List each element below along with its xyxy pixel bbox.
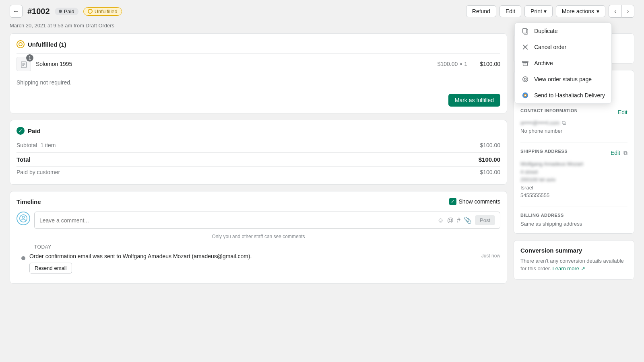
total-row: Total $100.00 <box>17 152 500 166</box>
billing-section-title: BILLING ADDRESS <box>520 213 627 218</box>
subtotal-items: 1 item <box>40 142 56 148</box>
paid-badge: Paid <box>55 8 78 15</box>
product-price: $100.00 × 1 <box>438 61 467 67</box>
dropdown-item-view-status[interactable]: View order status page <box>515 71 611 87</box>
unfulfilled-card: Unfulfilled (1) 1 <box>10 33 507 113</box>
send-delivery-label: Send to Hashaliach Delivery <box>534 92 605 99</box>
refund-button[interactable]: Refund <box>466 5 496 17</box>
more-actions-dropdown: Duplicate Cancel order Archive <box>514 23 612 104</box>
comment-note: Only you and other staff can see comment… <box>17 232 500 244</box>
post-button[interactable]: Post <box>475 215 495 225</box>
duplicate-icon <box>521 27 529 35</box>
cancel-order-label: Cancel order <box>534 44 566 50</box>
svg-point-6 <box>524 78 526 80</box>
show-comments-checkbox[interactable]: ✓ <box>449 198 456 205</box>
timeline-event-text: Order confirmation email was sent to Wol… <box>29 253 252 259</box>
print-button[interactable]: Print ▾ <box>524 5 553 17</box>
shipping-country: Israel <box>520 184 627 192</box>
more-actions-dropdown-icon: ▾ <box>597 8 599 14</box>
shipping-phone: 5455555555 <box>520 191 627 200</box>
emoji-icon[interactable]: ☺ <box>437 217 444 224</box>
unfulfilled-badge: Unfulfilled <box>83 7 122 16</box>
conversion-title: Conversion summary <box>520 247 627 254</box>
product-row: 1 Solomon 1995 $100.00 × 1 $100.00 <box>17 53 500 74</box>
subtotal-row: Subtotal 1 item $100.00 <box>17 140 500 151</box>
timeline-card: Timeline ✓ Show comments <box>10 191 507 284</box>
svg-rect-11 <box>21 62 27 68</box>
total-label: Total <box>17 156 31 163</box>
svg-point-16 <box>22 216 25 219</box>
paid-by-row: Paid by customer $100.00 <box>17 166 500 178</box>
next-order-button[interactable]: › <box>621 5 634 18</box>
dropdown-item-duplicate[interactable]: Duplicate <box>515 23 611 39</box>
shipping-section-title: SHIPPING ADDRESS <box>520 149 568 154</box>
svg-rect-1 <box>523 29 527 33</box>
external-link-icon: ↗ <box>581 265 585 272</box>
back-button[interactable]: ← <box>10 5 23 18</box>
paid-card: ✓ Paid Subtotal 1 item $100.00 Total $10… <box>10 120 507 185</box>
unfulfilled-title: Unfulfilled (1) <box>28 41 66 48</box>
prev-order-button[interactable]: ‹ <box>609 5 621 18</box>
cancel-icon <box>521 43 529 51</box>
chevron-right-icon: › <box>627 8 629 14</box>
mention-icon[interactable]: @ <box>447 217 454 224</box>
copy-email-icon[interactable]: ⧉ <box>562 119 566 126</box>
user-avatar <box>17 212 30 225</box>
mark-fulfilled-button[interactable]: Mark as fulfilled <box>448 94 500 107</box>
shipping-line1: 4 street <box>520 168 627 176</box>
unfulfilled-status-icon <box>17 40 25 48</box>
paid-by-amount: $100.00 <box>480 169 500 175</box>
customer-email: a•••••@•••••l.com <box>520 120 559 126</box>
product-qty: 1 <box>26 54 33 62</box>
today-label: TODAY <box>17 244 500 250</box>
timeline-dot <box>21 256 25 260</box>
timeline-title: Timeline <box>17 198 41 205</box>
billing-same: Same as shipping address <box>520 221 627 227</box>
shipping-note: Shipping not required. <box>17 79 500 86</box>
edit-shipping-link[interactable]: Edit <box>611 150 620 156</box>
svg-point-9 <box>524 95 526 96</box>
view-status-label: View order status page <box>534 76 592 82</box>
comment-area: ☺ @ # 📎 Post <box>17 212 500 229</box>
svg-rect-4 <box>522 62 528 63</box>
chevron-left-icon: ‹ <box>614 8 616 14</box>
dropdown-item-archive[interactable]: Archive <box>515 55 611 71</box>
archive-icon <box>521 59 529 67</box>
subtotal-label: Subtotal <box>17 142 37 148</box>
hashtag-icon[interactable]: # <box>457 217 460 224</box>
learn-more-link[interactable]: Learn more ↗ <box>553 265 585 272</box>
view-icon <box>521 75 529 83</box>
subtotal-amount: $100.00 <box>480 142 500 148</box>
no-phone-text: No phone number <box>520 128 627 134</box>
comment-input[interactable] <box>39 217 434 224</box>
conversion-card: Conversion summary There aren't any conv… <box>514 240 634 280</box>
more-actions-button[interactable]: More actions ▾ <box>556 5 605 17</box>
shipping-address: Wolfgang Amadeus Mozart 4 street 200100 … <box>520 160 627 200</box>
shipping-line2: 200100 tel aviv <box>520 176 627 184</box>
paid-by-label: Paid by customer <box>17 169 60 175</box>
timeline-event: Order confirmation email was sent to Wol… <box>17 250 500 277</box>
svg-point-5 <box>523 77 528 82</box>
product-name: Solomon 1995 <box>36 61 433 67</box>
dropdown-item-send-delivery[interactable]: Send to Hashaliach Delivery <box>515 87 611 103</box>
product-thumb-container: 1 <box>17 57 31 71</box>
dropdown-item-cancel-order[interactable]: Cancel order <box>515 39 611 55</box>
shipping-name: Wolfgang Amadeus Mozart <box>520 160 627 168</box>
comment-input-container[interactable]: ☺ @ # 📎 Post <box>34 212 500 229</box>
edit-contact-link[interactable]: Edit <box>618 109 627 115</box>
show-comments-toggle[interactable]: ✓ Show comments <box>449 198 500 205</box>
conversion-text: There aren't any conversion details avai… <box>520 257 627 273</box>
copy-shipping-icon[interactable]: ⧉ <box>623 150 627 156</box>
timeline-event-time: Just now <box>481 253 500 259</box>
print-dropdown-icon: ▾ <box>544 8 547 14</box>
order-number: #1002 <box>27 7 50 16</box>
archive-label: Archive <box>534 60 553 66</box>
total-amount: $100.00 <box>479 156 500 163</box>
back-icon: ← <box>13 8 19 15</box>
edit-button[interactable]: Edit <box>500 5 521 17</box>
contact-email-row: a•••••@•••••l.com ⧉ <box>520 119 627 126</box>
paid-status-icon: ✓ <box>17 127 25 135</box>
resend-email-button[interactable]: Resend email <box>29 263 72 274</box>
attachment-icon[interactable]: 📎 <box>464 216 472 224</box>
duplicate-label: Duplicate <box>534 28 557 34</box>
